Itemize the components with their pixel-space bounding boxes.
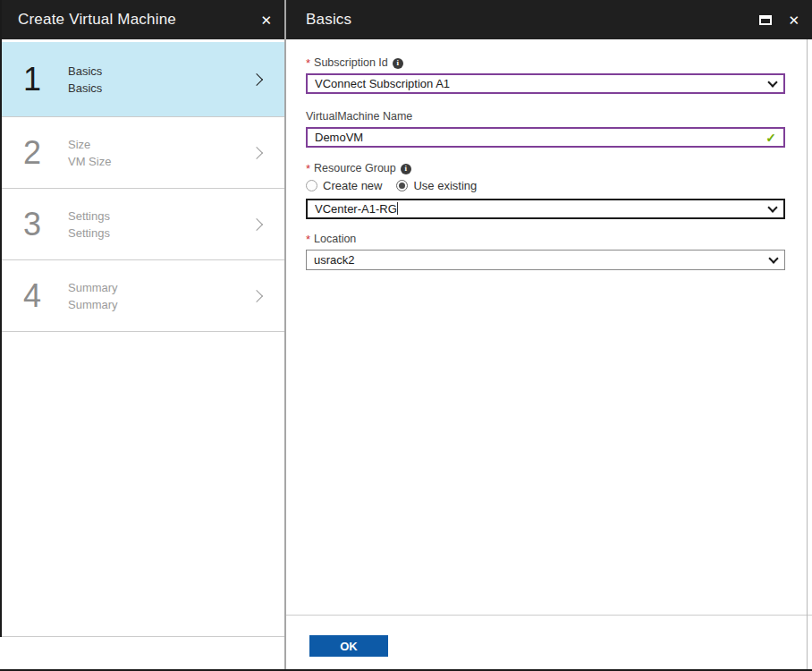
step-size[interactable]: 2 Size VM Size	[0, 117, 284, 189]
required-marker: *	[306, 233, 310, 246]
location-value: usrack2	[314, 253, 770, 267]
vm-name-input[interactable]: DemoVM ✓	[306, 127, 785, 148]
radio-create-new[interactable]: Create new	[306, 179, 382, 192]
vm-name-label: VirtualMachine Name	[306, 110, 785, 123]
step-subtitle: Settings	[68, 225, 252, 242]
window-left-edge	[0, 0, 2, 637]
ok-button[interactable]: OK	[309, 635, 388, 657]
step-number: 4	[23, 280, 54, 312]
resource-group-label: * Resource Group i	[306, 162, 785, 175]
radio-use-existing[interactable]: Use existing	[396, 179, 477, 192]
chevron-right-icon	[250, 217, 263, 230]
chevron-down-icon	[768, 253, 778, 263]
close-icon[interactable]: ✕	[788, 13, 799, 27]
left-blade-header: Create Virtual Machine ✕	[0, 0, 284, 39]
step-title: Basics	[68, 63, 252, 80]
blade-title: Basics	[306, 11, 759, 29]
chevron-right-icon	[250, 72, 263, 85]
left-footer-divider	[2, 636, 284, 637]
step-subtitle: Summary	[68, 296, 252, 313]
right-blade-header: Basics ✕	[286, 0, 812, 39]
step-settings[interactable]: 3 Settings Settings	[0, 189, 284, 260]
chevron-right-icon	[250, 146, 263, 158]
required-marker: *	[306, 162, 310, 175]
required-marker: *	[306, 56, 310, 70]
create-vm-window: Create Virtual Machine ✕ 1 Basics Basics…	[0, 0, 812, 671]
step-title: Size	[68, 136, 252, 153]
step-list: 1 Basics Basics 2 Size VM Size 3 Setting…	[0, 42, 284, 332]
step-title: Settings	[68, 208, 252, 225]
step-number: 3	[23, 208, 54, 241]
basics-blade: Basics ✕ * Subscription Id i VConnect Su…	[286, 0, 812, 671]
step-summary[interactable]: 4 Summary Summary	[0, 260, 284, 332]
maximize-icon[interactable]	[759, 13, 772, 27]
basics-form: * Subscription Id i VConnect Subscriptio…	[286, 39, 812, 270]
step-number: 1	[23, 64, 54, 96]
subscription-label: * Subscription Id i	[306, 56, 785, 70]
subscription-value: VConnect Subscription A1	[315, 77, 769, 90]
step-title: Summary	[68, 279, 252, 296]
chevron-down-icon	[767, 202, 777, 212]
step-number: 2	[23, 137, 54, 169]
wizard-steps-panel: Create Virtual Machine ✕ 1 Basics Basics…	[0, 0, 284, 671]
chevron-right-icon	[250, 289, 263, 302]
window-right-edge	[807, 39, 808, 669]
location-dropdown[interactable]: usrack2	[306, 250, 785, 270]
close-icon[interactable]: ✕	[260, 13, 272, 27]
chevron-down-icon	[767, 77, 777, 87]
valid-check-icon: ✓	[765, 131, 776, 145]
text-cursor	[397, 202, 398, 215]
vm-name-value: DemoVM	[315, 131, 765, 144]
step-subtitle: VM Size	[68, 153, 252, 170]
resource-group-value: VCenter-A1-RG	[315, 202, 769, 216]
resource-group-radios: Create new Use existing	[306, 179, 785, 192]
radio-circle-checked	[396, 180, 408, 191]
info-icon[interactable]: i	[393, 58, 403, 69]
resource-group-combobox[interactable]: VCenter-A1-RG	[306, 199, 785, 219]
step-subtitle: Basics	[68, 80, 252, 97]
window-title: Create Virtual Machine	[18, 11, 260, 29]
blade-footer: OK	[286, 615, 812, 671]
info-icon[interactable]: i	[401, 164, 411, 174]
step-basics[interactable]: 1 Basics Basics	[0, 42, 284, 117]
subscription-dropdown[interactable]: VConnect Subscription A1	[306, 73, 785, 94]
radio-circle	[306, 180, 317, 191]
location-label: * Location	[306, 233, 785, 246]
